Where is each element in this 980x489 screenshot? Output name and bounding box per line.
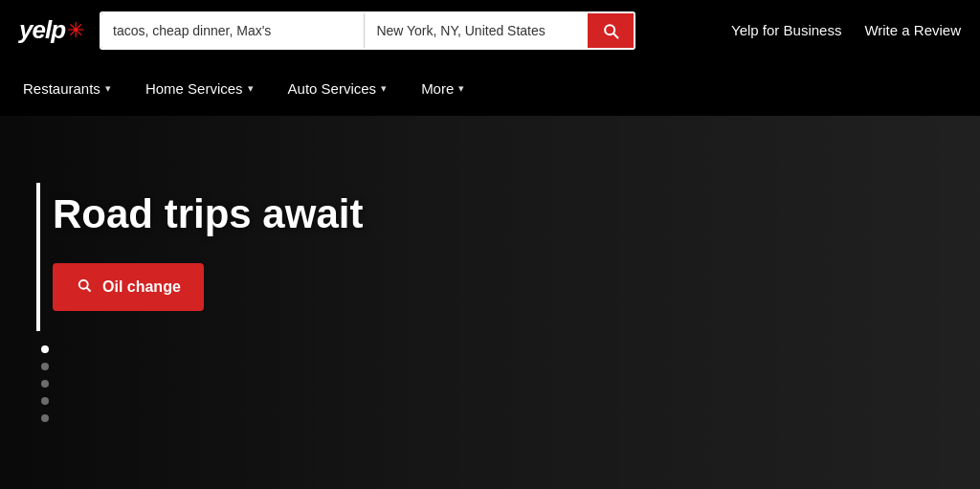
slide-dot-4[interactable] <box>41 397 49 405</box>
hero-slide-dots <box>41 345 49 422</box>
nav-item-restaurants[interactable]: Restaurants ▾ <box>19 60 128 116</box>
nav-item-auto-services[interactable]: Auto Services ▾ <box>271 60 405 116</box>
nav-label-auto-services: Auto Services <box>288 80 377 97</box>
hero-section: Road trips await Oil change <box>0 116 980 489</box>
hero-title: Road trips await <box>53 192 363 236</box>
search-button[interactable] <box>588 13 634 48</box>
nav-label-more: More <box>421 80 454 97</box>
slide-dot-3[interactable] <box>41 380 49 388</box>
write-review-link[interactable]: Write a Review <box>864 22 961 38</box>
nav-item-more[interactable]: More ▾ <box>404 60 481 116</box>
slide-dot-2[interactable] <box>41 363 49 370</box>
search-bar <box>100 11 635 50</box>
search-icon <box>76 277 93 298</box>
site-header: yelp ✳ Yelp for Business Write a Review <box>0 0 980 60</box>
hero-cta-button[interactable]: Oil change <box>53 263 204 311</box>
hero-content: Road trips await Oil change <box>53 192 363 311</box>
search-icon <box>601 21 620 40</box>
logo-burst-icon: ✳ <box>67 18 84 43</box>
yelp-for-business-link[interactable]: Yelp for Business <box>731 22 841 38</box>
chevron-down-icon: ▾ <box>458 82 464 95</box>
logo[interactable]: yelp ✳ <box>19 15 84 45</box>
slide-dot-1[interactable] <box>41 345 49 353</box>
hero-accent-bar <box>36 183 40 331</box>
search-query-input[interactable] <box>101 13 364 48</box>
main-nav: Restaurants ▾ Home Services ▾ Auto Servi… <box>0 60 980 116</box>
slide-dot-5[interactable] <box>41 414 49 422</box>
hero-cta-label: Oil change <box>102 278 181 296</box>
chevron-down-icon: ▾ <box>105 82 111 95</box>
svg-line-12 <box>87 288 90 291</box>
nav-label-restaurants: Restaurants <box>23 80 100 97</box>
search-location-input[interactable] <box>365 13 588 48</box>
chevron-down-icon: ▾ <box>381 82 387 95</box>
nav-item-home-services[interactable]: Home Services ▾ <box>128 60 271 116</box>
chevron-down-icon: ▾ <box>248 82 254 95</box>
logo-text: yelp <box>19 15 65 45</box>
header-links: Yelp for Business Write a Review <box>731 22 961 38</box>
nav-label-home-services: Home Services <box>145 80 243 97</box>
